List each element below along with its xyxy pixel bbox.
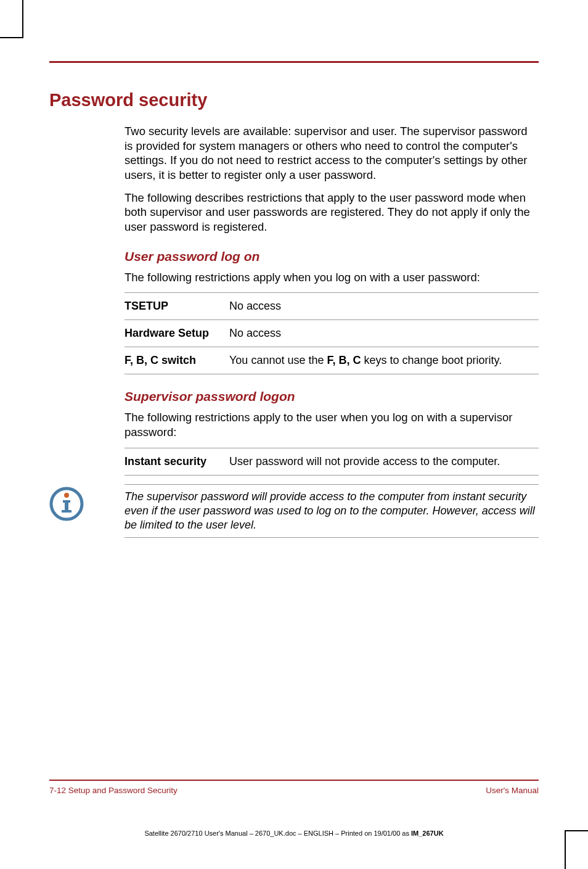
info-note: The supervisor password will provide acc… — [49, 484, 539, 538]
term: Instant security — [125, 448, 229, 475]
term: F, B, C switch — [125, 347, 229, 374]
note-text: The supervisor password will provide acc… — [125, 484, 539, 538]
header-rule — [49, 61, 539, 63]
term: TSETUP — [125, 293, 229, 320]
definition: No access — [229, 293, 539, 320]
svg-rect-4 — [62, 510, 71, 513]
intro-paragraph: The following describes restrictions tha… — [125, 191, 539, 234]
svg-rect-3 — [65, 500, 68, 511]
section-title: Password security — [49, 90, 539, 110]
subheading-user-logon: User password log on — [125, 249, 539, 264]
body-column: Two security levels are available: super… — [125, 124, 539, 476]
imprint-line: Satellite 2670/2710 User's Manual – 2670… — [22, 830, 566, 837]
lead-paragraph: The following restrictions apply when yo… — [125, 270, 539, 285]
footer-left: 7-12 Setup and Password Security — [49, 786, 178, 795]
definition: No access — [229, 320, 539, 347]
info-icon-cell — [49, 484, 125, 538]
restrictions-table-user: TSETUP No access Hardware Setup No acces… — [125, 292, 539, 374]
crop-mark — [566, 830, 588, 831]
page-content: Password security Two security levels ar… — [22, 37, 566, 869]
table-row: Instant security User password will not … — [125, 448, 539, 475]
definition: User password will not provide access to… — [229, 448, 539, 475]
page-footer: 7-12 Setup and Password Security User's … — [49, 780, 539, 795]
intro-paragraph: Two security levels are available: super… — [125, 124, 539, 183]
table-row: F, B, C switch You cannot use the F, B, … — [125, 347, 539, 374]
info-icon — [49, 487, 84, 521]
lead-paragraph: The following restrictions apply to the … — [125, 410, 539, 439]
subheading-supervisor-logon: Supervisor password logon — [125, 389, 539, 404]
table-row: Hardware Setup No access — [125, 320, 539, 347]
crop-mark — [22, 0, 23, 38]
restrictions-table-supervisor: Instant security User password will not … — [125, 448, 539, 476]
table-row: TSETUP No access — [125, 293, 539, 320]
definition: You cannot use the F, B, C keys to chang… — [229, 347, 539, 374]
svg-point-1 — [64, 493, 69, 498]
footer-right: User's Manual — [486, 786, 539, 795]
crop-mark — [0, 37, 22, 38]
term: Hardware Setup — [125, 320, 229, 347]
